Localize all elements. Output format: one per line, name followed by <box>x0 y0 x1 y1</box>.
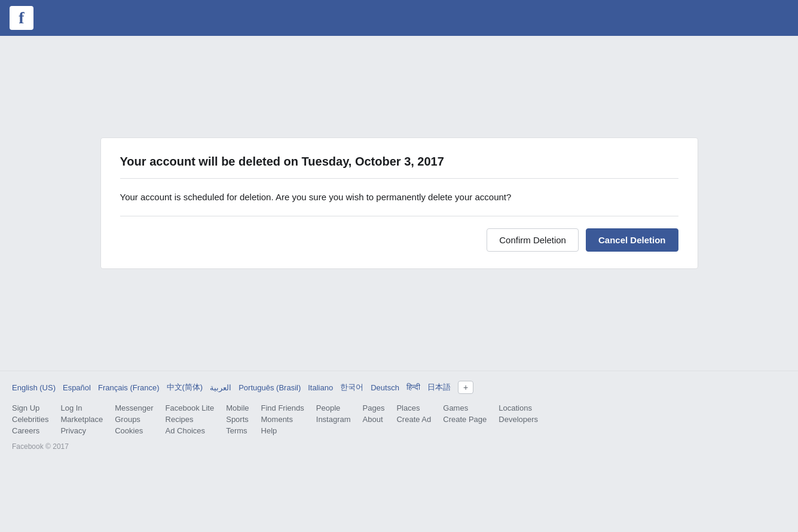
footer-link-mobile[interactable]: Mobile <box>226 403 249 412</box>
dialog-divider-top <box>120 178 678 179</box>
footer-link-create-page[interactable]: Create Page <box>443 415 487 424</box>
footer-copyright: Facebook © 2017 <box>12 442 786 451</box>
footer-link-facebook-lite[interactable]: Facebook Lite <box>166 403 215 412</box>
footer-col-8: Pages About <box>363 403 385 435</box>
footer-link-privacy[interactable]: Privacy <box>60 426 103 435</box>
footer-link-recipes[interactable]: Recipes <box>166 415 215 424</box>
lang-italiano[interactable]: Italiano <box>308 383 333 392</box>
footer-col-10: Games Create Page <box>443 403 487 435</box>
footer-link-pages[interactable]: Pages <box>363 403 385 412</box>
dialog-divider-bottom <box>120 216 678 216</box>
footer-link-marketplace[interactable]: Marketplace <box>60 415 103 424</box>
footer-link-places[interactable]: Places <box>396 403 431 412</box>
lang-english[interactable]: English (US) <box>12 383 56 392</box>
lang-portuguese[interactable]: Português (Brasil) <box>239 383 301 392</box>
footer-col-7: People Instagram <box>316 403 351 435</box>
lang-korean[interactable]: 한국어 <box>340 382 363 393</box>
lang-espanol[interactable]: Español <box>63 383 91 392</box>
footer-link-people[interactable]: People <box>316 403 351 412</box>
footer-link-login[interactable]: Log In <box>60 403 103 412</box>
dialog-card: Your account will be deleted on Tuesday,… <box>100 137 698 270</box>
footer-link-messenger[interactable]: Messenger <box>115 403 153 412</box>
lang-more-button[interactable]: + <box>458 381 473 394</box>
footer-col-6: Find Friends Moments Help <box>261 403 304 435</box>
dialog-actions: Confirm Deletion Cancel Deletion <box>120 228 678 252</box>
footer-col-3: Messenger Groups Cookies <box>115 403 153 435</box>
footer: English (US) Español Français (France) 中… <box>0 371 798 463</box>
dialog-title: Your account will be deleted on Tuesday,… <box>120 155 678 169</box>
cancel-deletion-button[interactable]: Cancel Deletion <box>586 228 678 252</box>
footer-link-groups[interactable]: Groups <box>115 415 153 424</box>
footer-link-signup[interactable]: Sign Up <box>12 403 48 412</box>
footer-col-9: Places Create Ad <box>396 403 431 435</box>
footer-link-ad-choices[interactable]: Ad Choices <box>166 426 215 435</box>
footer-link-find-friends[interactable]: Find Friends <box>261 403 304 412</box>
facebook-logo: f <box>10 6 33 30</box>
footer-col-1: Sign Up Celebrities Careers <box>12 403 48 435</box>
lang-deutsch[interactable]: Deutsch <box>371 383 399 392</box>
footer-col-4: Facebook Lite Recipes Ad Choices <box>166 403 215 435</box>
dialog-body: Your account is scheduled for deletion. … <box>120 191 678 204</box>
footer-link-locations[interactable]: Locations <box>499 403 538 412</box>
logo-text: f <box>19 8 24 27</box>
footer-links: Sign Up Celebrities Careers Log In Marke… <box>12 403 786 435</box>
lang-hindi[interactable]: हिन्दी <box>406 383 420 392</box>
footer-link-games[interactable]: Games <box>443 403 487 412</box>
lang-francais[interactable]: Français (France) <box>98 383 160 392</box>
footer-link-terms[interactable]: Terms <box>226 426 249 435</box>
footer-link-cookies[interactable]: Cookies <box>115 426 153 435</box>
footer-languages: English (US) Español Français (France) 中… <box>12 381 786 394</box>
footer-link-celebrities[interactable]: Celebrities <box>12 415 48 424</box>
lang-chinese[interactable]: 中文(简体) <box>167 382 203 393</box>
main-content: Your account will be deleted on Tuesday,… <box>0 36 798 371</box>
header: f <box>0 0 798 36</box>
footer-link-about[interactable]: About <box>363 415 385 424</box>
footer-link-sports[interactable]: Sports <box>226 415 249 424</box>
footer-link-instagram[interactable]: Instagram <box>316 415 351 424</box>
footer-col-11: Locations Developers <box>499 403 538 435</box>
footer-link-create-ad[interactable]: Create Ad <box>396 415 431 424</box>
footer-link-careers[interactable]: Careers <box>12 426 48 435</box>
footer-col-5: Mobile Sports Terms <box>226 403 249 435</box>
footer-link-help[interactable]: Help <box>261 426 304 435</box>
footer-link-moments[interactable]: Moments <box>261 415 304 424</box>
confirm-deletion-button[interactable]: Confirm Deletion <box>487 228 579 252</box>
lang-japanese[interactable]: 日本語 <box>427 382 451 393</box>
footer-link-developers[interactable]: Developers <box>499 415 538 424</box>
footer-col-2: Log In Marketplace Privacy <box>60 403 103 435</box>
lang-arabic[interactable]: العربية <box>210 383 231 392</box>
